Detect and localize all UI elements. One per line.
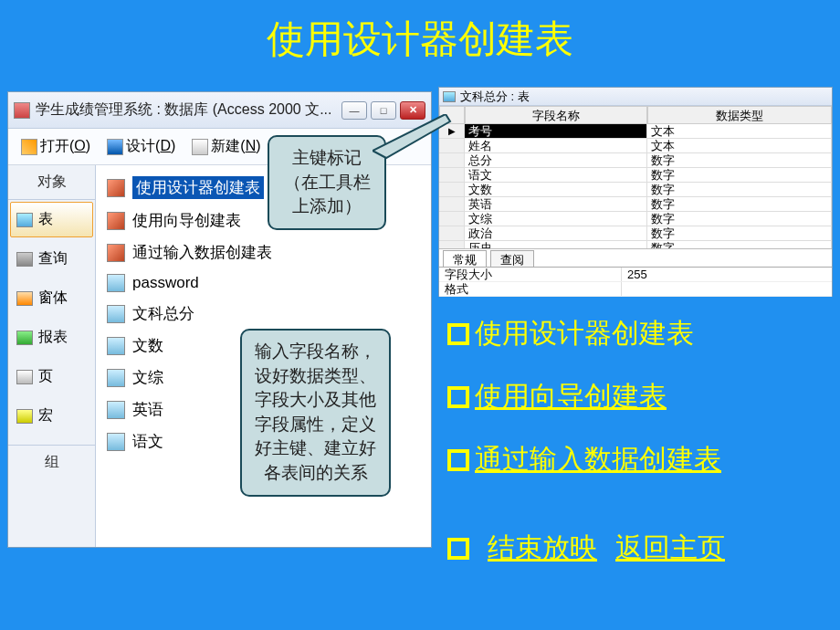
bullet-icon (447, 449, 469, 471)
maximize-button[interactable]: □ (371, 101, 396, 120)
list-item-label: 语文 (132, 431, 163, 452)
callout-primary-key: 主键标记（在工具栏上添加） (268, 135, 386, 230)
field-properties-pane: 常规 查阅 字段大小255格式 (439, 248, 832, 296)
db-title-text: 学生成绩管理系统 : 数据库 (Access 2000 文... (36, 100, 341, 120)
data-type-cell[interactable]: 数字 (647, 226, 832, 241)
field-name-column: 字段名称 (465, 106, 647, 124)
field-row[interactable]: 文数数字 (439, 183, 832, 197)
sidebar-item-label: 表 (38, 210, 53, 229)
field-name-cell[interactable]: 文综 (465, 212, 647, 226)
list-item-label: 使用向导创建表 (132, 210, 241, 231)
field-row[interactable]: ▶🔑考号文本 (439, 124, 832, 139)
nav-link: 使用设计器创建表 (475, 315, 694, 352)
table-icon (443, 91, 456, 102)
callout-field-setup: 输入字段名称，设好数据类型、字段大小及其他字段属性，定义好主键、建立好各表间的关… (240, 329, 391, 497)
table-icon (107, 274, 125, 292)
list-item-label: 通过输入数据创建表 (132, 242, 272, 263)
primary-key-icon[interactable]: ▶🔑 (439, 124, 465, 139)
open-button[interactable]: 打开(O) (16, 134, 96, 159)
link-row-end: 结束放映 返回主页 (447, 530, 831, 567)
new-icon (192, 139, 208, 155)
nav-link[interactable]: 通过输入数据创建表 (475, 441, 721, 478)
sidebar-item-label: 查询 (38, 249, 68, 268)
list-item-label: 文科总分 (132, 303, 194, 324)
sidebar-item-macro[interactable]: 宏 (8, 396, 95, 436)
wizard-icon (107, 212, 125, 230)
query-icon (16, 252, 33, 267)
table-icon (107, 401, 125, 419)
data-type-cell[interactable]: 文本 (647, 139, 832, 153)
page-icon (16, 370, 33, 384)
row-selector[interactable] (439, 153, 465, 168)
link-return-home[interactable]: 返回主页 (615, 530, 725, 567)
field-name-cell[interactable]: 总分 (465, 153, 647, 168)
list-item[interactable]: 文科总分 (101, 298, 425, 330)
link-end-show[interactable]: 结束放映 (488, 530, 597, 567)
field-row[interactable]: 政治数字 (439, 226, 832, 241)
close-button[interactable]: ✕ (400, 101, 425, 120)
tab-general[interactable]: 常规 (443, 250, 487, 267)
row-selector[interactable] (439, 226, 465, 241)
data-type-cell[interactable]: 数字 (647, 168, 832, 183)
report-icon (16, 331, 33, 345)
field-name-cell[interactable]: 文数 (465, 183, 647, 197)
sidebar-item-label: 宏 (38, 406, 53, 425)
row-selector[interactable] (439, 212, 465, 226)
field-name-cell[interactable]: 考号 (465, 124, 647, 139)
table-icon (107, 305, 125, 323)
row-selector[interactable] (439, 168, 465, 183)
list-item-label: 文综 (132, 367, 163, 388)
list-item-label: 文数 (132, 335, 163, 356)
row-selector[interactable] (439, 139, 465, 153)
field-name-cell[interactable]: 英语 (465, 197, 647, 212)
property-value[interactable]: 255 (622, 268, 832, 281)
field-name-cell[interactable]: 政治 (465, 226, 647, 241)
field-row[interactable]: 语文数字 (439, 168, 832, 183)
sidebar-header-groups[interactable]: 组 (8, 445, 95, 479)
list-item-label: 英语 (132, 399, 163, 420)
property-row[interactable]: 字段大小255 (439, 268, 832, 282)
data-type-cell[interactable]: 数字 (647, 183, 832, 197)
sidebar-item-form[interactable]: 窗体 (8, 278, 95, 318)
slide-title: 使用设计器创建表 (0, 0, 840, 79)
design-button[interactable]: 设计(D) (101, 134, 181, 159)
field-row[interactable]: 总分数字 (439, 153, 832, 168)
wizard-icon (107, 244, 125, 262)
tab-lookup[interactable]: 查阅 (490, 250, 534, 267)
row-selector[interactable] (439, 197, 465, 212)
sidebar-item-label: 报表 (38, 328, 68, 347)
property-value[interactable] (622, 282, 832, 296)
minimize-button[interactable]: — (341, 101, 367, 120)
wizard-icon (107, 179, 125, 197)
data-type-column: 数据类型 (647, 106, 832, 124)
sidebar-item-report[interactable]: 报表 (8, 318, 95, 357)
data-type-cell[interactable]: 文本 (647, 124, 832, 139)
table-design-window: 文科总分 : 表 字段名称 数据类型 ▶🔑考号文本姓名文本总分数字语文数字文数数… (438, 87, 833, 297)
open-icon (21, 139, 37, 155)
field-name-cell[interactable]: 语文 (465, 168, 647, 183)
data-type-cell[interactable]: 数字 (647, 153, 832, 168)
list-item-label: password (132, 274, 199, 292)
link-row: 使用设计器创建表 (447, 315, 831, 352)
form-icon (16, 291, 33, 306)
sidebar-item-label: 页 (38, 367, 53, 386)
sidebar-item-query[interactable]: 查询 (8, 239, 95, 278)
list-item[interactable]: password (101, 268, 425, 298)
field-name-cell[interactable]: 姓名 (465, 139, 647, 153)
new-button[interactable]: 新建(N) (186, 134, 266, 159)
field-row[interactable]: 姓名文本 (439, 139, 832, 153)
property-label: 字段大小 (439, 268, 622, 281)
property-row[interactable]: 格式 (439, 282, 832, 297)
sidebar-item-label: 窗体 (38, 289, 68, 308)
data-type-cell[interactable]: 数字 (647, 212, 832, 226)
nav-link[interactable]: 使用向导创建表 (475, 378, 667, 415)
list-item[interactable]: 通过输入数据创建表 (101, 236, 425, 268)
bullet-icon (447, 323, 469, 345)
field-row[interactable]: 文综数字 (439, 212, 832, 226)
sidebar-header-objects[interactable]: 对象 (8, 165, 95, 200)
sidebar-item-table[interactable]: 表 (10, 202, 93, 237)
field-row[interactable]: 英语数字 (439, 197, 832, 212)
data-type-cell[interactable]: 数字 (647, 197, 832, 212)
row-selector[interactable] (439, 183, 465, 197)
sidebar-item-page[interactable]: 页 (8, 357, 95, 396)
